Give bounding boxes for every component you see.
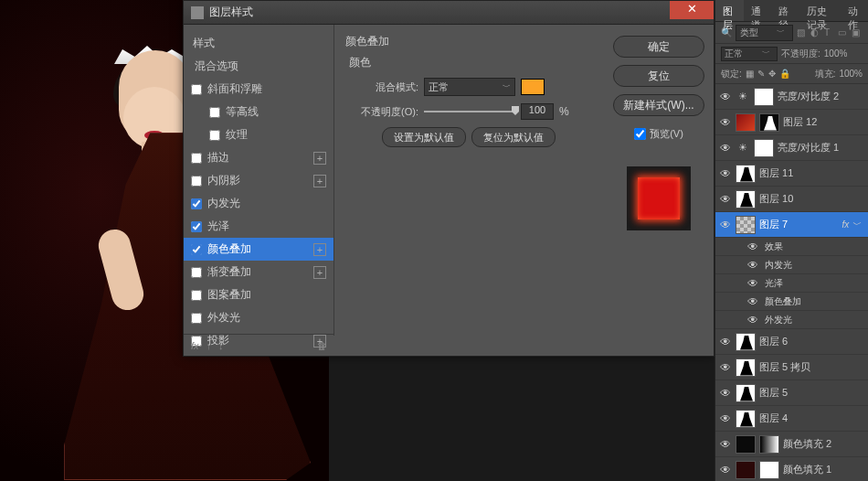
effect-row[interactable]: 👁光泽 <box>715 274 868 293</box>
plus-icon[interactable]: + <box>313 243 326 256</box>
lock-full-icon[interactable]: 🔒 <box>779 69 790 79</box>
style-item-10[interactable]: 外发光 <box>184 306 333 329</box>
blend-mode-select[interactable]: 正常 ﹀ <box>424 78 515 96</box>
filter-type-icon[interactable]: T <box>824 27 835 38</box>
filter-pixel-icon[interactable]: ▧ <box>797 27 808 38</box>
visibility-icon[interactable]: 👁 <box>719 464 732 476</box>
slider-thumb[interactable] <box>512 106 519 115</box>
style-item-6[interactable]: 光泽 <box>184 215 333 238</box>
style-checkbox[interactable] <box>209 130 220 141</box>
style-checkbox[interactable] <box>191 267 202 278</box>
filter-shape-icon[interactable]: ▭ <box>838 27 849 38</box>
layer-row[interactable]: 👁图层 11 <box>715 161 868 187</box>
mask-thumb[interactable] <box>759 113 779 132</box>
visibility-icon[interactable]: 👁 <box>719 219 732 231</box>
style-checkbox[interactable] <box>191 153 202 164</box>
close-button[interactable]: ✕ <box>670 1 714 19</box>
filter-smart-icon[interactable]: ▣ <box>852 27 863 38</box>
mask-thumb[interactable] <box>754 139 774 157</box>
visibility-icon[interactable]: 👁 <box>719 361 732 374</box>
layer-thumb[interactable] <box>736 113 756 132</box>
panel-tab-2[interactable]: 路径 <box>771 0 799 21</box>
effect-row[interactable]: 👁内发光 <box>715 256 868 274</box>
style-item-4[interactable]: 内阴影+ <box>184 169 333 192</box>
visibility-icon[interactable]: 👁 <box>746 314 759 326</box>
opacity-input[interactable]: 100 <box>521 103 554 120</box>
mask-thumb[interactable] <box>754 88 774 106</box>
visibility-icon[interactable]: 👁 <box>719 387 732 400</box>
layer-row[interactable]: 👁图层 5 <box>715 380 868 406</box>
layer-thumb[interactable] <box>736 333 756 351</box>
layer-thumb[interactable] <box>736 384 756 402</box>
layer-row[interactable]: 👁图层 4 <box>715 406 868 432</box>
style-checkbox[interactable] <box>191 221 202 232</box>
layer-thumb[interactable] <box>736 410 756 428</box>
lock-pos-icon[interactable]: ✥ <box>768 69 776 79</box>
set-default-button[interactable]: 设置为默认值 <box>382 127 466 147</box>
style-item-8[interactable]: 渐变叠加+ <box>184 261 333 283</box>
preview-checkbox[interactable]: 预览(V) <box>634 127 683 141</box>
layer-thumb[interactable] <box>736 461 756 479</box>
layer-row[interactable]: 👁☀亮度/对比度 1 <box>715 135 868 161</box>
effect-row[interactable]: 👁外发光 <box>715 311 868 329</box>
visibility-icon[interactable]: 👁 <box>719 412 732 425</box>
mask-thumb[interactable] <box>759 461 779 479</box>
filter-adjust-icon[interactable]: ◐ <box>810 27 821 38</box>
layer-thumb[interactable] <box>736 190 756 208</box>
visibility-icon[interactable]: 👁 <box>719 438 732 451</box>
panel-tab-0[interactable]: 图层 <box>715 0 744 21</box>
plus-icon[interactable]: + <box>313 266 326 279</box>
layer-row[interactable]: 👁图层 5 拷贝 <box>715 355 868 380</box>
layer-thumb[interactable] <box>736 358 756 377</box>
layer-row[interactable]: 👁颜色填充 2 <box>715 432 868 457</box>
trash-icon[interactable]: 🗑 <box>317 340 327 351</box>
reset-default-button[interactable]: 复位为默认值 <box>471 127 556 147</box>
style-item-1[interactable]: 等高线 <box>184 101 333 123</box>
style-item-3[interactable]: 描边+ <box>184 146 333 169</box>
style-checkbox[interactable] <box>209 107 220 118</box>
visibility-icon[interactable]: 👁 <box>719 167 732 180</box>
layer-row[interactable]: 👁图层 10 <box>715 187 868 212</box>
layer-row[interactable]: 👁☀亮度/对比度 2 <box>715 84 868 110</box>
filter-icon[interactable]: 🔍 <box>721 27 732 37</box>
lock-pixel-icon[interactable]: ✎ <box>757 69 765 79</box>
style-checkbox[interactable] <box>191 244 202 255</box>
cancel-button[interactable]: 复位 <box>613 65 704 87</box>
new-style-button[interactable]: 新建样式(W)... <box>613 94 704 116</box>
style-item-5[interactable]: 内发光 <box>184 192 333 215</box>
visibility-icon[interactable]: 👁 <box>746 240 759 253</box>
fx-badge[interactable]: fx ﹀ <box>842 219 864 231</box>
style-checkbox[interactable] <box>191 84 202 95</box>
plus-icon[interactable]: + <box>313 152 326 165</box>
blend-options-row[interactable]: 混合选项 <box>184 55 333 78</box>
style-checkbox[interactable] <box>191 290 202 301</box>
opacity-slider[interactable] <box>424 106 515 117</box>
dialog-titlebar[interactable]: 图层样式 ✕ <box>184 1 714 25</box>
visibility-icon[interactable]: 👁 <box>719 193 732 206</box>
color-swatch[interactable] <box>521 79 545 95</box>
style-checkbox[interactable] <box>191 313 202 324</box>
visibility-icon[interactable]: 👁 <box>719 142 732 155</box>
visibility-icon[interactable]: 👁 <box>746 277 759 290</box>
type-filter-select[interactable]: 类型﹀ <box>736 25 793 41</box>
style-item-0[interactable]: 斜面和浮雕 <box>184 78 333 101</box>
lock-all-icon[interactable]: ▦ <box>746 69 754 79</box>
style-item-2[interactable]: 纹理 <box>184 123 333 146</box>
style-item-7[interactable]: 颜色叠加+ <box>184 238 333 261</box>
arrow-up-icon[interactable]: ↑ <box>206 340 212 351</box>
visibility-icon[interactable]: 👁 <box>719 116 732 129</box>
fill-value[interactable]: 100% <box>839 69 863 79</box>
panel-tab-1[interactable]: 通道 <box>744 0 772 21</box>
plus-icon[interactable]: + <box>313 175 326 187</box>
layer-blend-mode-select[interactable]: 正常﹀ <box>721 47 778 61</box>
layer-row[interactable]: 👁图层 7fx ﹀ <box>715 212 868 238</box>
layer-row[interactable]: 👁图层 12 <box>715 110 868 135</box>
arrow-down-icon[interactable]: ↓ <box>218 340 224 351</box>
opacity-value[interactable]: 100% <box>824 48 848 59</box>
layer-row[interactable]: 👁颜色填充 1 <box>715 457 868 481</box>
visibility-icon[interactable]: 👁 <box>746 295 759 308</box>
style-checkbox[interactable] <box>191 198 202 209</box>
style-checkbox[interactable] <box>191 176 202 187</box>
layer-thumb[interactable] <box>736 165 756 183</box>
visibility-icon[interactable]: 👁 <box>746 259 759 272</box>
